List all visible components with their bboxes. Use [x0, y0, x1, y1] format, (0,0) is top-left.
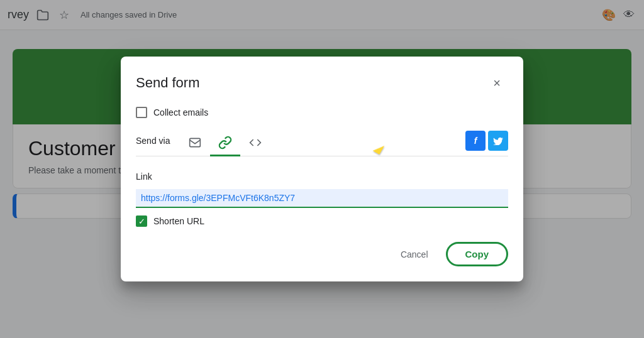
cancel-button[interactable]: Cancel	[391, 244, 438, 264]
copy-button[interactable]: Copy	[446, 242, 509, 266]
social-icons: f	[465, 131, 508, 156]
close-button[interactable]: ×	[486, 72, 508, 94]
checkmark-icon: ✓	[138, 217, 145, 226]
dialog-title: Send form	[136, 75, 200, 91]
send-via-row: Send via f	[136, 131, 508, 156]
link-input[interactable]	[136, 189, 508, 208]
link-label: Link	[136, 172, 508, 182]
collect-emails-label: Collect emails	[153, 107, 208, 117]
tab-email[interactable]	[180, 131, 210, 156]
collect-emails-row: Collect emails	[136, 107, 508, 118]
dialog-header: Send form ×	[136, 72, 508, 94]
shorten-url-checkbox[interactable]: ✓	[136, 215, 147, 227]
svg-rect-0	[190, 138, 201, 146]
facebook-icon[interactable]: f	[465, 131, 486, 151]
link-input-row	[136, 189, 508, 208]
twitter-icon[interactable]	[488, 131, 508, 151]
collect-emails-checkbox[interactable]	[136, 107, 147, 118]
shorten-url-row: ✓ Shorten URL	[136, 215, 508, 227]
dialog-overlay: Send form × Collect emails Send via f	[0, 0, 644, 338]
facebook-label: f	[474, 136, 477, 146]
send-via-label: Send via	[136, 136, 170, 151]
send-form-dialog: Send form × Collect emails Send via f	[121, 57, 523, 281]
tab-link[interactable]	[210, 131, 240, 156]
tab-embed[interactable]	[240, 131, 270, 156]
dialog-footer: Cancel Copy	[136, 242, 508, 266]
shorten-url-label: Shorten URL	[153, 216, 204, 226]
